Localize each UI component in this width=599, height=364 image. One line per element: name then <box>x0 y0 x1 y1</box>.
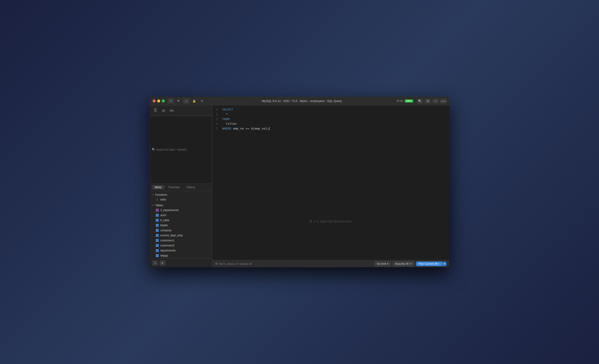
table-icon <box>155 208 159 212</box>
sidebar-tree: ▼ Functions ƒ hello ▼ Tables <box>150 191 212 259</box>
list-item[interactable]: deppp <box>150 253 212 258</box>
list-item[interactable]: departments <box>150 248 212 253</box>
result-area: ⌘ ⇧ D: Split SQL Query screen. <box>212 183 449 260</box>
add-button[interactable]: + <box>152 260 158 265</box>
table-icon[interactable]: ⊞ <box>160 107 167 114</box>
item-label: actor <box>160 214 167 217</box>
sidebar-top: 🗄 ⊞ SQL <box>150 105 212 116</box>
search-input[interactable] <box>156 148 210 151</box>
grid-view-icon[interactable]: ⊞ <box>425 99 431 104</box>
beautify-label: Beautify ⌘I <box>395 262 409 265</box>
table-icon <box>155 254 159 257</box>
list-item[interactable]: ƒ hello <box>150 197 212 202</box>
tab-history[interactable]: History <box>184 185 198 190</box>
table-icon <box>155 244 159 247</box>
item-label: 3_departments <box>160 209 179 212</box>
chevron-down-icon: ▼ <box>152 204 154 207</box>
functions-section: ▼ Functions ƒ hello <box>150 192 212 203</box>
tables-section: ▼ Tables 3_departments <box>150 203 212 259</box>
list-item[interactable]: 3_departments <box>150 208 212 213</box>
close-icon[interactable]: ✕ <box>167 99 174 104</box>
sql-icon[interactable]: SQL <box>169 107 175 114</box>
split-pane-icon[interactable]: ▭▭ <box>440 99 447 104</box>
list-item[interactable]: current_dept_emp <box>150 233 212 238</box>
tables-label: Tables <box>155 204 163 207</box>
beautify-button[interactable]: Beautify ⌘I ▾ <box>393 261 414 266</box>
main-content: 🗄 ⊞ SQL 🔍 Items Favorites History ▼ Func… <box>150 105 449 267</box>
item-label: departments <box>160 249 176 252</box>
editor-area: 1 2 3 4 5 SELECT * FROM titles WHERE emp… <box>212 105 449 260</box>
item-label: btable <box>160 224 168 227</box>
tab-favorites[interactable]: Favorites <box>166 185 183 190</box>
table-icon <box>155 239 159 242</box>
list-item[interactable]: btable <box>150 223 212 228</box>
line-numbers: 1 2 3 4 5 <box>212 105 220 183</box>
eye-icon[interactable]: 👁 <box>175 99 182 104</box>
lock-icon[interactable]: 🔒 <box>191 99 197 104</box>
titlebar-right: 34 b/s 100% 🔍 ⊞ ▭ ▭▭ <box>396 99 447 104</box>
status-position: line 5, column 27, location 49 <box>219 262 252 265</box>
no-limit-button[interactable]: No limit ▾ <box>374 261 391 266</box>
traffic-lights <box>153 100 165 102</box>
search-icon[interactable]: 🔍 <box>417 99 423 104</box>
table-icon <box>155 223 159 227</box>
single-pane-icon[interactable]: ▭ <box>432 99 439 104</box>
db-icon[interactable]: 🗄 <box>152 107 159 114</box>
window-title: MySQL 8.0.12 : SSH : TLS : Myloc : emplo… <box>262 99 342 103</box>
item-label: deppp <box>160 254 168 257</box>
item-label: customers2 <box>160 244 175 247</box>
status-bar: ⚙ line 5, column 27, location 49 No limi… <box>212 260 449 267</box>
list-item[interactable]: b_table <box>150 218 212 223</box>
minimize-button[interactable] <box>157 100 160 102</box>
sidebar: 🗄 ⊞ SQL 🔍 Items Favorites History ▼ Func… <box>150 105 212 267</box>
app-window: ✕ 👁 ≡ 🔒 ↺ MySQL 8.0.12 : SSH : TLS : Myl… <box>150 97 449 267</box>
table-icon <box>155 234 159 237</box>
functions-label: Functions <box>155 193 167 196</box>
functions-header[interactable]: ▼ Functions <box>150 193 212 197</box>
gear-icon: ⚙ <box>215 262 218 265</box>
tables-header[interactable]: ▼ Tables <box>150 203 212 208</box>
item-label: customers1 <box>160 239 175 242</box>
menu-icon[interactable]: ≡ <box>183 99 190 104</box>
editor-panel: 1 2 3 4 5 SELECT * FROM titles WHERE emp… <box>212 105 449 267</box>
table-icon <box>155 229 159 232</box>
item-label: hello <box>160 198 166 201</box>
search-icon: 🔍 <box>152 148 155 151</box>
titlebar: ✕ 👁 ≡ 🔒 ↺ MySQL 8.0.12 : SSH : TLS : Myl… <box>150 97 449 105</box>
maximize-button[interactable] <box>162 100 165 102</box>
titlebar-center: MySQL 8.0.12 : SSH : TLS : Myloc : emplo… <box>207 99 396 103</box>
item-label: company <box>160 229 172 232</box>
sidebar-bottom: + ▾ <box>150 258 212 267</box>
search-container: 🔍 <box>150 116 212 184</box>
item-label: current_dept_emp <box>160 234 183 237</box>
tab-items[interactable]: Items <box>152 185 164 190</box>
code-editor[interactable]: 1 2 3 4 5 SELECT * FROM titles WHERE emp… <box>212 105 449 183</box>
no-limit-label: No limit <box>377 262 386 265</box>
split-hint: ⌘ ⇧ D: Split SQL Query screen. <box>309 220 352 223</box>
list-item[interactable]: actor <box>150 213 212 218</box>
run-label: Run Current ⌘↵ <box>419 262 440 265</box>
item-label: b_table <box>160 219 169 222</box>
chevron-down-button[interactable]: ▾ <box>159 260 166 265</box>
table-icon <box>155 213 159 217</box>
run-dropdown-button[interactable]: ▾ <box>442 262 447 266</box>
list-item[interactable]: company <box>150 228 212 233</box>
speed-display: 34 b/s 100% <box>396 100 413 102</box>
list-item[interactable]: customers1 <box>150 238 212 243</box>
function-icon: ƒ <box>155 198 159 202</box>
run-button-group: Run Current ⌘↵ ▾ <box>416 262 447 266</box>
chevron-down-icon: ▾ <box>410 262 412 265</box>
sql-code[interactable]: SELECT * FROM titles WHERE emp_no >= ${e… <box>220 105 449 183</box>
chevron-down-icon: ▾ <box>387 262 388 265</box>
tabs-bar: Items Favorites History <box>150 184 212 191</box>
table-icon <box>155 249 159 252</box>
chevron-down-icon: ▼ <box>152 194 154 196</box>
table-icon <box>155 219 159 222</box>
refresh-icon[interactable]: ↺ <box>199 99 205 104</box>
titlebar-actions: 🔍 ⊞ ▭ ▭▭ <box>417 99 447 104</box>
list-item[interactable]: customers2 <box>150 243 212 248</box>
status-right: No limit ▾ Beautify ⌘I ▾ Run Current ⌘↵ … <box>374 261 447 266</box>
run-current-button[interactable]: Run Current ⌘↵ <box>416 262 442 266</box>
titlebar-controls: ✕ 👁 ≡ 🔒 ↺ <box>167 99 205 104</box>
close-button[interactable] <box>153 100 156 102</box>
